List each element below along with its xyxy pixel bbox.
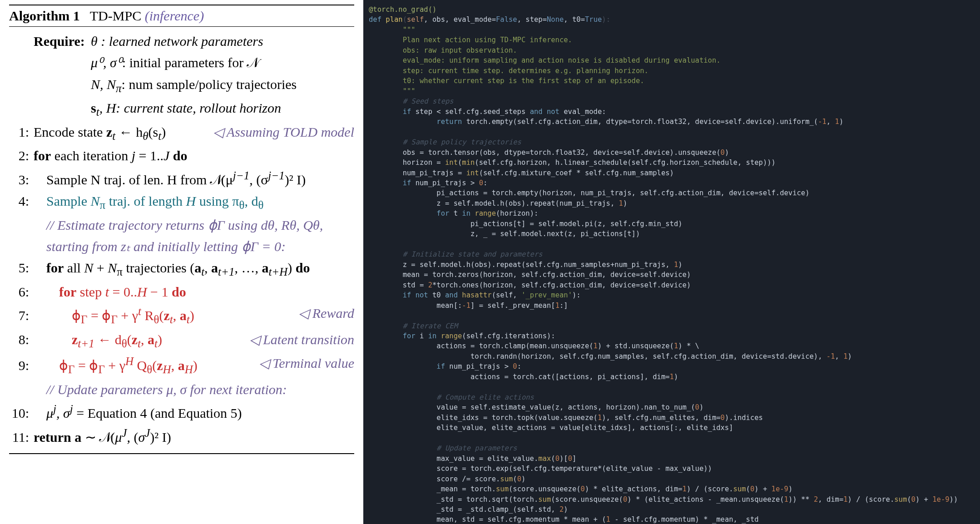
require-line-4: st, H: current state, rollout horizon [9,97,354,121]
algo-number: Algorithm 1 [9,8,80,23]
algo-note: (inference) [145,8,204,23]
algo-line-2: 2: for each iteration j = 1..J do [9,145,354,166]
algo-line-4c2: starting from zₜ and initially letting ϕ… [9,236,354,257]
require-line-3: N, Nπ: num sample/policy trajectories [9,74,354,98]
algo-line-11: 11: return a ∼ 𝒩(μJ, (σJ)² I) [9,424,354,448]
require-line-1: Require:θ : learned network parameters [9,30,354,52]
algo-line-4c1: // Estimate trajectory returns ϕΓ using … [9,214,354,236]
algo-line-9: 9: ϕΓ = ϕΓ + γH Qθ(zH, aH) ◁ Terminal va… [9,352,354,379]
algo-line-6: 6: for step t = 0..H − 1 do [9,281,354,302]
algo-line-8: 8: zt+1 ← dθ(zt, at) ◁ Latent transition [9,329,354,353]
algo-line-7: 7: ϕΓ = ϕΓ + γt Rθ(zt, at) ◁ Reward [9,302,354,329]
algo-title: TD-MPC [90,8,141,23]
algorithm-body: Require:θ : learned network parameters μ… [9,27,354,454]
algorithm-panel: Algorithm 1 TD-MPC (inference) Require:θ… [0,0,363,524]
require-line-2: μ⁰, σ⁰: initial parameters for 𝒩 [9,52,354,73]
code-panel: @torch.no_grad() def plan(self, obs, eva… [363,0,980,524]
algo-line-9c: // Update parameters μ, σ for next itera… [9,379,354,400]
algorithm-header: Algorithm 1 TD-MPC (inference) [9,5,354,27]
algo-line-1: 1: Encode state zt ← hθ(st) ◁ Assuming T… [9,121,354,145]
algo-line-3: 3: Sample N traj. of len. H from 𝒩(μj−1,… [9,167,354,190]
algo-line-10: 10: μj, σj = Equation 4 (and Equation 5) [9,400,354,424]
algo-line-4: 4: Sample Nπ traj. of length H using πθ,… [9,190,354,214]
decorator: @torch.no_grad() [369,5,436,14]
algo-line-5: 5: for all N + Nπ trajectories (at, at+1… [9,257,354,281]
